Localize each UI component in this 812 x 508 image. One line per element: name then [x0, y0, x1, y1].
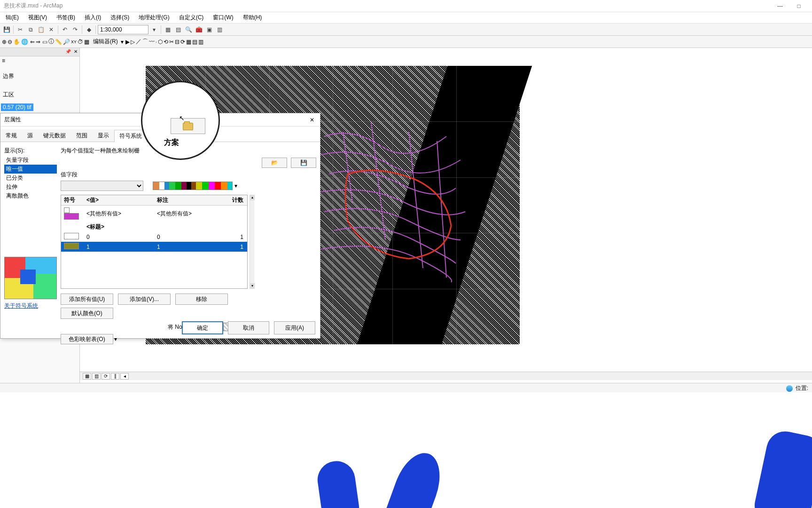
menu-view[interactable]: 视图(V)	[24, 13, 51, 23]
close-icon[interactable]: ✕	[308, 116, 316, 124]
time-slider-icon[interactable]: ⏱	[78, 39, 83, 45]
zoom-out-icon[interactable]: ⊖	[8, 39, 12, 45]
save-icon[interactable]: 💾	[2, 25, 11, 34]
menu-customize[interactable]: 自定义(C)	[175, 13, 208, 23]
menu-window[interactable]: 窗口(W)	[209, 13, 237, 23]
python-icon[interactable]: ▣	[204, 25, 214, 34]
zoom-in-icon[interactable]: ⊕	[2, 39, 7, 45]
menu-selection[interactable]: 选择(S)	[107, 13, 133, 23]
scale-dropdown-icon[interactable]: ▾	[149, 25, 159, 34]
edit-vertices-icon[interactable]: ⬡	[158, 39, 163, 45]
add-data-icon[interactable]: ◆	[84, 25, 94, 34]
menu-geoprocessing[interactable]: 地理处理(G)	[135, 13, 173, 23]
tab-key-metadata[interactable]: 键元数据	[38, 129, 71, 142]
menu-insert[interactable]: 插入(I)	[81, 13, 105, 23]
cat-discrete[interactable]: 离散颜色	[4, 191, 57, 200]
catalog-icon[interactable]: ▤	[173, 25, 183, 34]
grid-row-other[interactable]: <其他所有值> <其他所有值>	[61, 206, 247, 222]
toc-raster-layer[interactable]: 0.57 (20) tif	[1, 103, 33, 111]
arctoolbox-icon[interactable]: 🧰	[194, 25, 203, 34]
forward-icon[interactable]: ⇒	[36, 39, 40, 45]
add-all-values-button[interactable]: 添加所有值(U)	[61, 294, 113, 305]
value-field-select[interactable]	[61, 181, 143, 191]
tab-source[interactable]: 源	[22, 129, 38, 142]
import-button[interactable]: 📂	[262, 158, 287, 168]
tab-extent[interactable]: 范围	[71, 129, 93, 142]
grid-row-1[interactable]: 1 1 1	[61, 242, 247, 252]
paste-icon[interactable]: 📋	[36, 25, 46, 34]
pause-icon[interactable]: ‖	[111, 373, 119, 380]
scroll-down-icon[interactable]: ▾	[250, 283, 255, 289]
find-icon[interactable]: 🔎	[63, 39, 70, 45]
search-icon[interactable]: 🔍	[184, 25, 193, 34]
edit-tool-icon[interactable]: ▶	[125, 39, 130, 45]
cat-classified[interactable]: 已分类	[4, 174, 57, 183]
editor-dropdown-icon[interactable]: ▾	[121, 39, 124, 45]
scale-input[interactable]	[98, 25, 148, 34]
undo-icon[interactable]: ↶	[60, 25, 70, 34]
create-features-icon[interactable]: ▥	[198, 39, 203, 45]
editor-toolbar-icon[interactable]: ▦	[163, 25, 172, 34]
about-symbology-link[interactable]: 关于符号系统	[4, 302, 57, 310]
viewer-icon[interactable]: ▦	[84, 39, 89, 45]
colormap-button[interactable]: 色彩映射表(O)	[61, 334, 113, 344]
tab-general[interactable]: 常规	[0, 129, 22, 142]
sketch-props-icon[interactable]: ▤	[192, 39, 197, 45]
add-values-button[interactable]: 添加值(V)...	[118, 294, 171, 305]
minimize-button[interactable]: —	[771, 3, 789, 9]
reshape-icon[interactable]: ⟲	[164, 39, 168, 45]
cat-vector-field[interactable]: 矢量字段	[4, 156, 57, 165]
point-icon[interactable]: ·	[156, 39, 157, 45]
maximize-button[interactable]: □	[789, 3, 808, 9]
chevron-down-icon[interactable]: ▾	[234, 183, 237, 189]
menu-edit[interactable]: 辑(E)	[2, 13, 23, 23]
cat-unique-values[interactable]: 唯一值	[4, 165, 57, 174]
copy-icon[interactable]: ⧉	[26, 25, 35, 34]
identify-icon[interactable]: ⓘ	[48, 38, 54, 46]
refresh-icon[interactable]: ⟳	[102, 373, 110, 380]
grid-row-heading[interactable]: <标题>	[61, 222, 247, 232]
ok-button[interactable]: 确定	[182, 321, 223, 334]
scroll-left-icon[interactable]: ◂	[120, 373, 129, 380]
close-panel-icon[interactable]: ✕	[74, 49, 78, 54]
pan-icon[interactable]: ✋	[13, 39, 20, 45]
chevron-down-icon[interactable]: ▾	[114, 336, 117, 342]
straight-segment-icon[interactable]: ／	[136, 38, 141, 46]
split-icon[interactable]: ⊟	[175, 39, 180, 45]
pin-icon[interactable]: 📌	[65, 49, 71, 54]
measure-icon[interactable]: 📏	[55, 39, 62, 45]
color-ramp[interactable]	[153, 182, 233, 190]
layout-view-tab[interactable]: ▥	[92, 373, 101, 380]
edit-annotation-icon[interactable]: ▷	[131, 39, 135, 45]
cat-stretched[interactable]: 拉伸	[4, 183, 57, 191]
toc-layer-workarea[interactable]: 工区	[1, 89, 78, 101]
tab-display[interactable]: 显示	[93, 129, 114, 142]
full-extent-icon[interactable]: 🌐	[21, 39, 28, 45]
scroll-up-icon[interactable]: ▴	[250, 195, 255, 200]
remove-button[interactable]: 移除	[175, 294, 228, 305]
arc-segment-icon[interactable]: ⌒	[142, 38, 148, 46]
grid-row-0[interactable]: 0 0 1	[61, 232, 247, 242]
attributes-icon[interactable]: ▦	[186, 39, 191, 45]
delete-icon[interactable]: ✕	[47, 25, 56, 34]
editor-menu[interactable]: 编辑器(R)	[91, 38, 120, 46]
cut-icon[interactable]: ✂	[16, 25, 25, 34]
grid-scrollbar[interactable]: ▴ ▾	[250, 195, 254, 289]
back-icon[interactable]: ⇐	[30, 39, 35, 45]
menu-bookmarks[interactable]: 书签(B)	[53, 13, 79, 23]
rotate-icon[interactable]: ⟳	[180, 39, 185, 45]
redo-icon[interactable]: ↷	[70, 25, 80, 34]
data-view-tab[interactable]: ▦	[83, 373, 91, 380]
modelbuilder-icon[interactable]: ▥	[215, 25, 224, 34]
cut-polygons-icon[interactable]: ✂	[169, 39, 174, 45]
xy-icon[interactable]: XY	[71, 40, 77, 44]
apply-button[interactable]: 应用(A)	[274, 321, 315, 334]
trace-icon[interactable]: 〰	[149, 39, 155, 45]
save-scheme-button[interactable]: 💾	[291, 158, 316, 168]
cancel-button[interactable]: 取消	[228, 321, 269, 334]
default-colors-button[interactable]: 默认颜色(O)	[61, 308, 113, 319]
toc-layer-boundary[interactable]: 边界	[1, 71, 78, 82]
menu-help[interactable]: 帮助(H)	[239, 13, 266, 23]
list-by-drawing-icon[interactable]: ≡	[2, 57, 5, 64]
select-icon[interactable]: ▭	[42, 39, 47, 45]
